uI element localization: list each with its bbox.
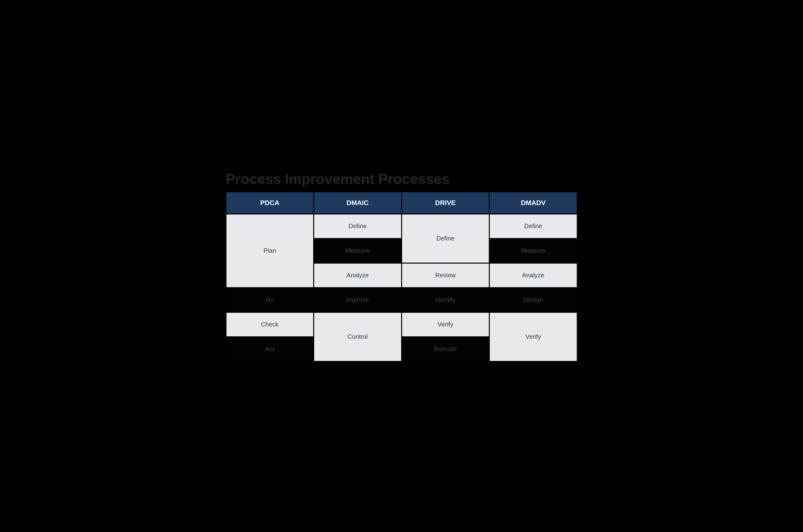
drive-verify: Verify <box>402 313 489 336</box>
dmadv-verify: Verify <box>490 313 577 361</box>
dmadv-design: Design <box>490 288 577 312</box>
dmaic-control: Control <box>314 313 401 361</box>
drive-identify: Identify <box>402 288 489 312</box>
drive-define: Define <box>402 214 489 263</box>
dmaic-define: Define <box>314 214 401 238</box>
pdca-check: Check <box>227 313 313 336</box>
col-header-drive: DRIVE <box>402 192 489 213</box>
comparison-grid: PDCA DMAIC DRIVE DMADV Plan Define Defin… <box>226 192 577 362</box>
dmadv-analyze: Analyze <box>490 264 577 287</box>
col-header-dmaic: DMAIC <box>314 192 401 213</box>
pdca-act: Act <box>227 337 313 361</box>
dmaic-measure: Measure <box>314 239 401 263</box>
col-header-dmadv: DMADV <box>490 192 577 213</box>
dmadv-measure: Measure <box>490 239 577 263</box>
pdca-do: Do <box>227 288 313 312</box>
dmaic-analyze: Analyze <box>314 264 401 287</box>
drive-execute: Execute <box>402 337 489 361</box>
pdca-plan: Plan <box>227 214 313 287</box>
slide-title: Process Improvement Processes <box>226 171 577 187</box>
dmaic-improve: Improve <box>314 288 401 312</box>
col-header-pdca: PDCA <box>227 192 313 213</box>
slide: Process Improvement Processes PDCA DMAIC… <box>226 171 577 362</box>
dmadv-define: Define <box>490 214 577 238</box>
drive-review: Review <box>402 264 489 287</box>
